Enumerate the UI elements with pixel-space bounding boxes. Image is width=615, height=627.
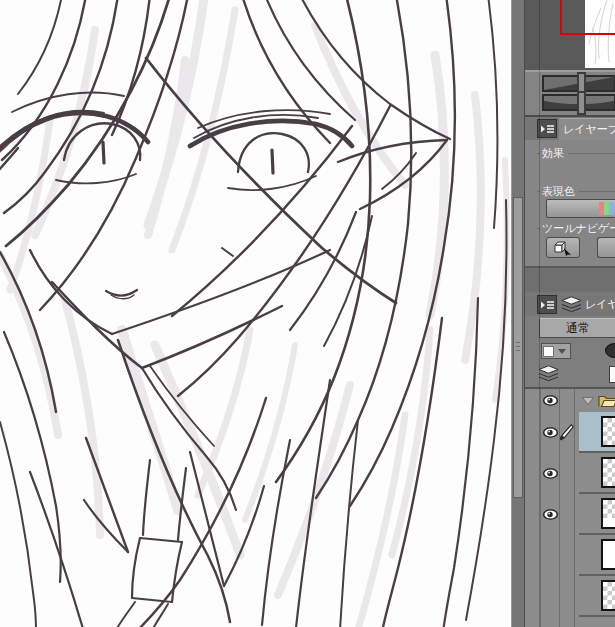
layer-row[interactable] [541, 535, 615, 576]
expression-color-dropdown[interactable] [546, 199, 615, 218]
layer-row[interactable] [541, 389, 615, 412]
eye-icon [543, 395, 558, 406]
scrollbar-grip-icon [516, 342, 520, 352]
eye-icon [543, 509, 558, 520]
artwork-lineart [0, 0, 511, 627]
panel-gutter-divider [539, 0, 540, 627]
layer-stack-icon [561, 296, 582, 317]
layer-draw-target[interactable] [559, 453, 574, 494]
canvas-vertical-scrollbar[interactable] [511, 0, 524, 627]
folder-icon [598, 394, 615, 408]
layer-thumbnail[interactable] [601, 539, 615, 570]
rotate-slider-handle[interactable] [577, 91, 586, 115]
layer-thumbnail[interactable] [601, 498, 615, 529]
layer-row-content[interactable] [579, 494, 615, 535]
effect-section-label: 効果 [537, 146, 615, 160]
column-divider [559, 389, 560, 627]
layer-row-content[interactable] [579, 535, 615, 576]
column-divider [540, 389, 541, 627]
folder-expand-triangle[interactable] [582, 397, 594, 405]
folder-icon [598, 394, 615, 408]
layer-visibility-toggle[interactable] [541, 453, 559, 494]
canvas-viewport[interactable] [0, 0, 511, 627]
navigator-view-rect[interactable] [560, 0, 562, 35]
layer-row[interactable] [541, 576, 615, 617]
panel-menu-button[interactable] [537, 119, 557, 138]
app-window: レイヤープ 効果 表現色 ツールナビゲー [0, 0, 615, 627]
panel-menu-button[interactable] [537, 295, 557, 314]
eye-icon [543, 427, 558, 438]
layer-draw-target[interactable] [559, 535, 574, 576]
thumbnail-size-button[interactable] [609, 366, 615, 383]
tab-layer-property[interactable]: レイヤープ [559, 118, 615, 140]
layer-row[interactable] [541, 412, 615, 453]
paper-color-dropdown[interactable] [541, 343, 571, 359]
ink-layer-strokes [0, 0, 507, 627]
cube-magnifier-icon [552, 240, 574, 256]
layer-thumbnail[interactable] [601, 416, 615, 447]
layer-visibility-toggle[interactable] [541, 389, 559, 412]
layer-row[interactable] [541, 453, 615, 494]
expression-color-stripe [609, 202, 614, 215]
tab-layers[interactable]: レイヤー [585, 297, 615, 312]
panel-menu-icon [540, 123, 555, 135]
layer-row-content[interactable] [579, 576, 615, 617]
layer-thumbnail[interactable] [601, 457, 615, 488]
layer-row-content[interactable] [579, 389, 615, 412]
layer-draw-target[interactable] [559, 389, 574, 412]
scrollbar-thumb[interactable] [513, 197, 523, 498]
layer-list-rows [541, 389, 615, 617]
layer-property-tab-label: レイヤープ [563, 122, 615, 137]
layer-draw-target[interactable] [559, 494, 574, 535]
layer-draw-target[interactable] [559, 412, 574, 453]
layer-row-content[interactable] [579, 453, 615, 494]
layer-visibility-toggle[interactable] [541, 576, 559, 617]
eye-icon [543, 468, 558, 479]
opacity-knob[interactable] [605, 343, 615, 358]
layer-row[interactable] [541, 494, 615, 535]
layer-draw-target[interactable] [559, 576, 574, 617]
navigator-view-rect-edge[interactable] [560, 33, 615, 35]
chevron-down-icon [582, 397, 594, 405]
panel-menu-icon [540, 299, 555, 311]
layer-visibility-toggle[interactable] [541, 494, 559, 535]
right-panel: レイヤープ 効果 表現色 ツールナビゲー [524, 0, 615, 627]
pen-icon [559, 424, 574, 442]
layer-visibility-toggle[interactable] [541, 535, 559, 576]
layer-stack-icon [538, 365, 559, 386]
column-divider [574, 389, 575, 627]
layer-visibility-toggle[interactable] [541, 412, 559, 453]
layer-thumbnail[interactable] [601, 580, 615, 611]
layer-row-content[interactable] [579, 412, 615, 453]
chevron-down-icon [558, 349, 566, 354]
tool-navigation-button[interactable] [546, 237, 580, 258]
tool-navigation-button-secondary[interactable] [597, 237, 615, 258]
tool-navigation-section-label: ツールナビゲー [537, 221, 615, 235]
color-swatch-icon [543, 346, 554, 357]
blend-mode-select[interactable]: 通常 [539, 318, 615, 338]
expression-color-section-label: 表現色 [537, 184, 615, 198]
